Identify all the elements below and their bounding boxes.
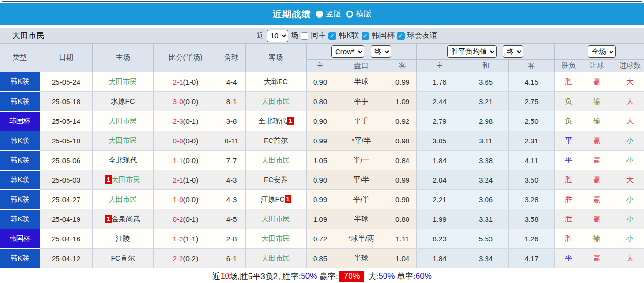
handicap-line: 半球 (354, 215, 369, 223)
handicap-line: 半球 (354, 77, 369, 86)
subheader-result-goals: 进球数 (611, 60, 644, 72)
home-team-name[interactable]: 水原FC (111, 97, 135, 105)
league-k-checkbox[interactable] (328, 32, 336, 40)
league-cell: 韩K联 (0, 92, 40, 111)
team-name-heading: 大田市民 (12, 30, 45, 41)
odds-draw: 3.11 (463, 131, 508, 151)
match-count-select[interactable]: 10 (267, 30, 288, 42)
odds-away: 2.75 (508, 92, 554, 111)
away-team-name[interactable]: FC安养 (264, 175, 288, 184)
league-cell: 韩K联 (0, 131, 40, 151)
result-goals: 大 (611, 72, 644, 92)
handicap-line-cell: 半球 (334, 249, 389, 268)
horizontal-layout-label[interactable]: 横版 (356, 9, 372, 19)
result-winloss: 平 (554, 131, 583, 151)
home-team-name[interactable]: FC首尔 (111, 254, 135, 262)
home-cell: 1金泉尚武 (92, 209, 153, 229)
results-tbody: 韩K联 25-05-24 大田市民 2-1(1-0) 4-4 大邱FC 0.90… (0, 72, 644, 268)
corners-cell: 4-5 (218, 209, 245, 229)
handicap-home-odds: 1.09 (306, 209, 334, 229)
bookmaker-state-select[interactable]: 终 (371, 45, 391, 58)
home-team-name[interactable]: 大田市民 (112, 175, 140, 184)
odds-draw: 3.24 (463, 170, 508, 190)
date-cell: 25-05-14 (40, 111, 92, 131)
away-cell: 大邱FC (245, 72, 306, 92)
away-team-name[interactable]: 江原FC (261, 195, 285, 203)
date-cell: 25-05-10 (40, 131, 92, 151)
result-winloss: 平 (554, 151, 583, 170)
home-team-name[interactable]: 金泉尚武 (112, 215, 140, 223)
odds-state-select[interactable]: 终 (503, 45, 523, 58)
result-winloss: 胜 (554, 209, 583, 229)
league-cell: 韩K联 (0, 209, 40, 229)
radio-unselected-icon[interactable] (346, 11, 353, 18)
odds-home: 2.79 (416, 111, 463, 131)
away-rank-badge-after: 1 (285, 195, 291, 203)
odds-draw: 3.65 (463, 72, 508, 92)
result-handicap: 输 (583, 111, 611, 131)
away-team-name[interactable]: 大田市民 (261, 234, 290, 242)
fulltime-score: 1-1 (173, 156, 183, 164)
handicap-line: 半球 (354, 254, 369, 262)
odds-home: 2.44 (416, 92, 463, 111)
fulltime-score: 1-2 (173, 235, 183, 243)
handicap-line-cell: 半球 (334, 72, 389, 92)
home-team-name[interactable]: 江陵 (116, 234, 130, 242)
odds-select-cell: 胜平负均值 终 (416, 44, 554, 60)
home-cell: 1大田市民 (92, 170, 153, 190)
scope-select-cell: 全场 (554, 44, 644, 60)
away-team-name[interactable]: 大邱FC (264, 77, 288, 86)
away-team-name[interactable]: 大田市民 (261, 156, 290, 164)
away-cell: 大田市民 (245, 92, 306, 111)
handicap-line-cell: *球半/两 (334, 229, 389, 249)
handicap-home-odds: 0.99 (306, 190, 334, 209)
club-friendly-checkbox[interactable] (397, 32, 405, 40)
score-cell: 1-0(0-0) (153, 190, 218, 209)
col-header-corner: 角球 (218, 44, 245, 72)
home-team-name[interactable]: 全北现代 (109, 156, 137, 164)
filter-controls: 近 10 场 同主 韩K联 韩国杯 球会友谊 (257, 30, 438, 42)
handicap-away-odds: 0.90 (389, 190, 416, 209)
korea-cup-checkbox[interactable] (362, 32, 369, 40)
col-header-away: 客场 (245, 44, 306, 72)
halftime-score: (1-0) (183, 176, 199, 184)
col-header-score: 比分(半场) (153, 44, 218, 72)
away-team-name[interactable]: FC首尔 (264, 136, 288, 144)
away-rank-badge-after: 1 (287, 117, 294, 125)
home-team-name[interactable]: 大田市民 (109, 117, 137, 125)
home-team-name[interactable]: 大田市民 (109, 136, 137, 144)
handicap-line: 平/半 (353, 195, 369, 203)
date-cell: 25-05-18 (40, 92, 92, 111)
away-team-name[interactable]: 全北现代 (259, 117, 287, 125)
odds-type-select[interactable]: 胜平负均值 (447, 45, 497, 58)
table-row: 韩K联 25-05-18 水原FC 3-0(0-0) 8-1 大田市民 0.80… (0, 92, 644, 111)
handicap-line-cell: 半/一 (334, 151, 389, 170)
handicap-line: 球半/两 (351, 234, 374, 242)
away-team-name[interactable]: 大田市民 (261, 215, 290, 223)
fulltime-score: 0-0 (173, 137, 183, 145)
match-scope-select[interactable]: 全场 (588, 45, 616, 58)
result-winloss: 胜 (554, 190, 583, 209)
radio-selected-icon[interactable] (316, 11, 323, 18)
vertical-layout-label[interactable]: 竖版 (326, 9, 341, 19)
date-cell: 25-04-12 (40, 249, 92, 268)
handicap-away-odds: 1.04 (389, 249, 416, 268)
fulltime-score: 1-0 (173, 196, 183, 204)
halftime-score: (0-0) (183, 196, 199, 204)
away-cell: 全北现代1 (245, 111, 306, 131)
bookmaker-select[interactable]: Crow* (331, 45, 364, 58)
layout-radio-vertical[interactable]: 竖版 (316, 9, 341, 19)
home-cell: 江陵 (92, 229, 153, 249)
home-team-name[interactable]: 大田市民 (109, 195, 137, 203)
away-team-name[interactable]: 大田市民 (261, 97, 290, 105)
result-winloss: 负 (554, 92, 583, 111)
layout-radio-horizontal[interactable]: 横版 (346, 9, 372, 19)
handicap-line: 半/一 (353, 156, 369, 164)
home-team-name[interactable]: 大田市民 (109, 77, 137, 86)
home-cell: 全北现代 (92, 151, 153, 170)
same-home-checkbox[interactable] (301, 32, 308, 40)
score-cell: 0-0(0-0) (153, 131, 218, 151)
odds-draw: 5.53 (463, 229, 508, 249)
odds-away: 3.28 (508, 190, 554, 209)
away-team-name[interactable]: 大田市民 (261, 254, 290, 262)
